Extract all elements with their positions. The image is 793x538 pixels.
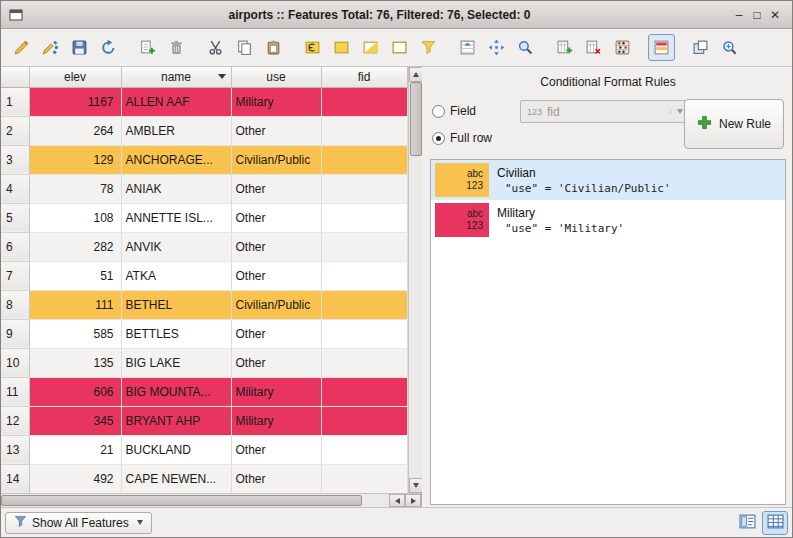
cell-use[interactable]: Civilian/Public — [231, 290, 321, 319]
cell-use[interactable]: Other — [231, 435, 321, 464]
cell-fid[interactable] — [321, 319, 407, 348]
row-number[interactable]: 4 — [1, 174, 29, 203]
toggle-editing-button[interactable] — [8, 34, 35, 61]
table-settings-button[interactable] — [716, 34, 743, 61]
row-number[interactable]: 10 — [1, 348, 29, 377]
deselect-all-button[interactable] — [386, 34, 413, 61]
cell-fid[interactable] — [321, 87, 407, 116]
cell-elev[interactable]: 492 — [29, 464, 121, 493]
move-selection-top-button[interactable] — [454, 34, 481, 61]
table-view-button[interactable] — [762, 511, 788, 535]
cell-fid[interactable] — [321, 406, 407, 435]
zoom-to-selection-button[interactable] — [512, 34, 539, 61]
minimize-button[interactable]: – — [730, 6, 748, 24]
cell-use[interactable]: Other — [231, 319, 321, 348]
reload-button[interactable] — [95, 34, 122, 61]
field-radio[interactable] — [432, 105, 445, 118]
cell-name[interactable]: ATKA — [121, 261, 231, 290]
row-number[interactable]: 8 — [1, 290, 29, 319]
scroll-up-button[interactable] — [409, 67, 423, 82]
new-field-button[interactable] — [551, 34, 578, 61]
select-all-button[interactable] — [328, 34, 355, 61]
maximize-button[interactable]: □ — [748, 6, 766, 24]
cell-elev[interactable]: 51 — [29, 261, 121, 290]
combobox-arrow[interactable] — [670, 109, 683, 114]
cell-name[interactable]: BUCKLAND — [121, 435, 231, 464]
cell-name[interactable]: AMBLER — [121, 116, 231, 145]
row-number[interactable]: 6 — [1, 232, 29, 261]
cell-elev[interactable]: 1167 — [29, 87, 121, 116]
add-feature-button[interactable] — [134, 34, 161, 61]
invert-selection-button[interactable] — [357, 34, 384, 61]
form-view-button[interactable] — [734, 511, 760, 535]
cell-elev[interactable]: 282 — [29, 232, 121, 261]
cell-use[interactable]: Military — [231, 377, 321, 406]
cell-name[interactable]: BRYANT AHP — [121, 406, 231, 435]
scroll-down-button[interactable] — [409, 478, 423, 493]
cell-fid[interactable] — [321, 145, 407, 174]
cell-name[interactable]: ANIAK — [121, 174, 231, 203]
cell-fid[interactable] — [321, 232, 407, 261]
paste-features-button[interactable] — [260, 34, 287, 61]
save-edits-button[interactable] — [66, 34, 93, 61]
row-number[interactable]: 13 — [1, 435, 29, 464]
row-number[interactable]: 1 — [1, 87, 29, 116]
multiedit-mode-button[interactable] — [37, 34, 64, 61]
cell-use[interactable]: Other — [231, 464, 321, 493]
cut-features-button[interactable] — [202, 34, 229, 61]
full-row-radio-row[interactable]: Full row — [432, 131, 492, 145]
cell-elev[interactable]: 111 — [29, 290, 121, 319]
cell-fid[interactable] — [321, 377, 407, 406]
vertical-scrollbar[interactable] — [408, 67, 423, 493]
cell-name[interactable]: ALLEN AAF — [121, 87, 231, 116]
vertical-scroll-thumb[interactable] — [410, 82, 422, 156]
close-button[interactable]: ✕ — [766, 6, 784, 24]
cell-name[interactable]: BETHEL — [121, 290, 231, 319]
cell-elev[interactable]: 108 — [29, 203, 121, 232]
dock-attribute-table-button[interactable] — [687, 34, 714, 61]
cell-use[interactable]: Military — [231, 406, 321, 435]
cell-use[interactable]: Other — [231, 174, 321, 203]
field-radio-row[interactable]: Field — [432, 104, 476, 118]
cell-fid[interactable] — [321, 261, 407, 290]
cell-elev[interactable]: 135 — [29, 348, 121, 377]
cell-use[interactable]: Other — [231, 116, 321, 145]
feature-filter-button[interactable]: Show All Features — [5, 512, 152, 534]
row-number[interactable]: 7 — [1, 261, 29, 290]
cell-use[interactable]: Civilian/Public — [231, 145, 321, 174]
vertical-scroll-track[interactable] — [409, 82, 423, 478]
column-header-name[interactable]: name — [121, 67, 231, 87]
cell-name[interactable]: CAPE NEWEN... — [121, 464, 231, 493]
cell-elev[interactable]: 345 — [29, 406, 121, 435]
row-number[interactable]: 3 — [1, 145, 29, 174]
cell-use[interactable]: Military — [231, 87, 321, 116]
horizontal-scrollbar[interactable] — [1, 493, 421, 507]
rule-item-civilian[interactable]: abc 123 Civilian "use" = 'Civilian/Publi… — [431, 160, 785, 200]
delete-field-button[interactable] — [580, 34, 607, 61]
column-header-elev[interactable]: elev — [29, 67, 121, 87]
row-number[interactable]: 12 — [1, 406, 29, 435]
cell-elev[interactable]: 21 — [29, 435, 121, 464]
cell-name[interactable]: ANCHORAGE... — [121, 145, 231, 174]
cell-elev[interactable]: 78 — [29, 174, 121, 203]
horizontal-scroll-thumb[interactable] — [1, 495, 362, 506]
copy-features-button[interactable] — [231, 34, 258, 61]
conditional-formatting-button[interactable] — [648, 34, 675, 61]
select-by-expression-button[interactable] — [299, 34, 326, 61]
cell-use[interactable]: Other — [231, 232, 321, 261]
row-number[interactable]: 14 — [1, 464, 29, 493]
cell-elev[interactable]: 606 — [29, 377, 121, 406]
row-number[interactable]: 11 — [1, 377, 29, 406]
cell-name[interactable]: BIG MOUNTA... — [121, 377, 231, 406]
titlebar[interactable]: airports :: Features Total: 76, Filtered… — [1, 1, 792, 29]
cell-use[interactable]: Other — [231, 203, 321, 232]
cell-fid[interactable] — [321, 203, 407, 232]
new-rule-button[interactable]: New Rule — [684, 99, 784, 149]
scroll-right-button[interactable] — [405, 494, 421, 507]
cell-elev[interactable]: 129 — [29, 145, 121, 174]
cell-name[interactable]: BETTLES — [121, 319, 231, 348]
cell-elev[interactable]: 264 — [29, 116, 121, 145]
row-number[interactable]: 5 — [1, 203, 29, 232]
cell-name[interactable]: ANVIK — [121, 232, 231, 261]
column-header-fid[interactable]: fid — [321, 67, 407, 87]
